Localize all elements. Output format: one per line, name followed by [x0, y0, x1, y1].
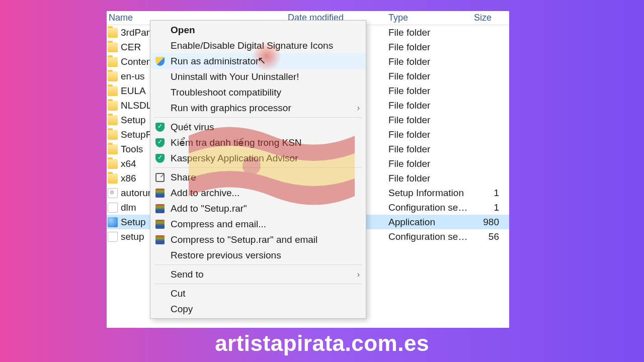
- menu-separator: [154, 284, 362, 284]
- menu-label: Kiểm tra danh tiếng trong KSN: [171, 137, 360, 148]
- folder-icon: [108, 71, 118, 81]
- menu-ksn-reputation[interactable]: Kiểm tra danh tiếng trong KSN: [150, 135, 366, 150]
- type-cell: File folder: [388, 40, 469, 54]
- chevron-right-icon: ›: [357, 104, 360, 113]
- menu-label: Restore previous versions: [171, 250, 360, 261]
- type-cell: Application: [388, 215, 469, 229]
- size-cell: 1: [469, 186, 499, 200]
- menu-kaspersky-advisor[interactable]: Kaspersky Application Advisor: [150, 150, 366, 166]
- column-size[interactable]: Size: [474, 13, 509, 23]
- menu-troubleshoot-compatibility[interactable]: Troubleshoot compatibility: [150, 84, 366, 100]
- file-name: x64: [121, 158, 136, 169]
- file-name: en-us: [121, 71, 145, 82]
- inf-file-icon: [108, 188, 118, 198]
- kaspersky-shield-icon: [155, 123, 165, 132]
- menu-compress-email[interactable]: Compress and email...: [150, 216, 366, 232]
- menu-separator: [154, 117, 362, 118]
- file-name: setup: [121, 231, 144, 242]
- menu-label: Compress to "Setup.rar" and email: [171, 234, 360, 245]
- type-cell: File folder: [388, 113, 469, 127]
- menu-label: Add to "Setup.rar": [171, 203, 360, 214]
- file-name: Content: [121, 56, 154, 67]
- menu-label: Kaspersky Application Advisor: [171, 153, 360, 164]
- uac-shield-icon: [155, 57, 165, 66]
- menu-label: Troubleshoot compatibility: [171, 87, 360, 98]
- menu-label: Uninstall with Your Uninstaller!: [171, 71, 360, 82]
- menu-label: Add to archive...: [171, 188, 360, 199]
- folder-icon: [108, 115, 118, 125]
- size-cell: 1: [469, 200, 499, 215]
- folder-icon: [108, 57, 118, 67]
- size-cell: 56: [469, 229, 499, 244]
- menu-quet-virus[interactable]: Quét virus: [150, 119, 366, 135]
- menu-label: Send to: [171, 269, 352, 280]
- folder-icon: [108, 42, 118, 52]
- folder-icon: [108, 86, 118, 96]
- menu-restore-previous-versions[interactable]: Restore previous versions: [150, 247, 366, 263]
- kaspersky-shield-icon: [155, 154, 165, 163]
- type-cell: File folder: [388, 69, 469, 83]
- menu-label: Share: [171, 172, 360, 183]
- kaspersky-shield-icon: [155, 138, 165, 147]
- menu-copy[interactable]: Copy: [150, 301, 366, 317]
- chevron-right-icon: ›: [357, 270, 360, 279]
- folder-icon: [108, 101, 118, 111]
- config-file-icon: [108, 232, 118, 242]
- menu-separator: [154, 167, 362, 168]
- folder-icon: [108, 173, 118, 184]
- type-size-column: File folder File folder File folder File…: [388, 25, 509, 244]
- size-cell: 980: [469, 215, 499, 229]
- folder-icon: [108, 144, 118, 154]
- menu-share[interactable]: Share: [150, 169, 366, 185]
- file-name: EULA: [121, 85, 146, 97]
- winrar-icon: [155, 220, 165, 229]
- file-name: CER: [121, 42, 141, 53]
- file-name: x86: [121, 173, 136, 184]
- type-cell: File folder: [388, 98, 469, 113]
- type-cell: File folder: [388, 83, 469, 98]
- cursor-icon: ↖: [258, 54, 266, 66]
- column-name-label: Name: [109, 13, 133, 23]
- type-cell: Configuration sett...: [388, 229, 469, 244]
- menu-label: Compress and email...: [171, 219, 360, 230]
- share-icon: [155, 173, 165, 182]
- file-name: Setup: [121, 217, 146, 228]
- menu-add-setup-rar[interactable]: Add to "Setup.rar": [150, 201, 366, 216]
- type-cell: Setup Information: [388, 186, 469, 200]
- type-cell: File folder: [388, 54, 469, 69]
- config-file-icon: [108, 203, 118, 213]
- menu-label: Run with graphics processor: [171, 103, 352, 114]
- folder-icon: [108, 28, 118, 38]
- winrar-icon: [155, 189, 165, 198]
- file-name: dlm: [121, 202, 136, 213]
- winrar-icon: [155, 235, 165, 244]
- type-cell: File folder: [388, 127, 469, 142]
- highlight-marker: [252, 41, 282, 71]
- menu-label: Cut: [171, 288, 360, 299]
- menu-label: Open: [171, 25, 360, 36]
- application-icon: [108, 217, 118, 227]
- winrar-icon: [155, 204, 165, 213]
- type-cell: File folder: [388, 25, 469, 40]
- file-name: autorun: [121, 188, 153, 199]
- footer-watermark: artistapirata.com.es: [0, 331, 644, 356]
- file-name: Tools: [121, 144, 143, 155]
- menu-run-graphics-processor[interactable]: Run with graphics processor›: [150, 100, 366, 116]
- menu-uninstall[interactable]: Uninstall with Your Uninstaller!: [150, 69, 366, 84]
- menu-open[interactable]: Open: [150, 22, 366, 38]
- file-name: Setup: [121, 115, 146, 126]
- menu-compress-setup-rar-email[interactable]: Compress to "Setup.rar" and email: [150, 232, 366, 247]
- menu-separator: [154, 264, 362, 265]
- menu-label: Copy: [171, 304, 360, 315]
- type-cell: Configuration sett...: [388, 200, 469, 215]
- column-type[interactable]: Type: [388, 13, 474, 23]
- menu-cut[interactable]: Cut: [150, 286, 366, 301]
- sort-indicator-icon: ˄: [187, 11, 191, 13]
- folder-icon: [108, 159, 118, 169]
- menu-send-to[interactable]: Send to›: [150, 266, 366, 282]
- menu-add-archive[interactable]: Add to archive...: [150, 185, 366, 201]
- type-cell: File folder: [388, 171, 469, 186]
- type-cell: File folder: [388, 156, 469, 171]
- folder-icon: [108, 130, 118, 140]
- type-cell: File folder: [388, 142, 469, 156]
